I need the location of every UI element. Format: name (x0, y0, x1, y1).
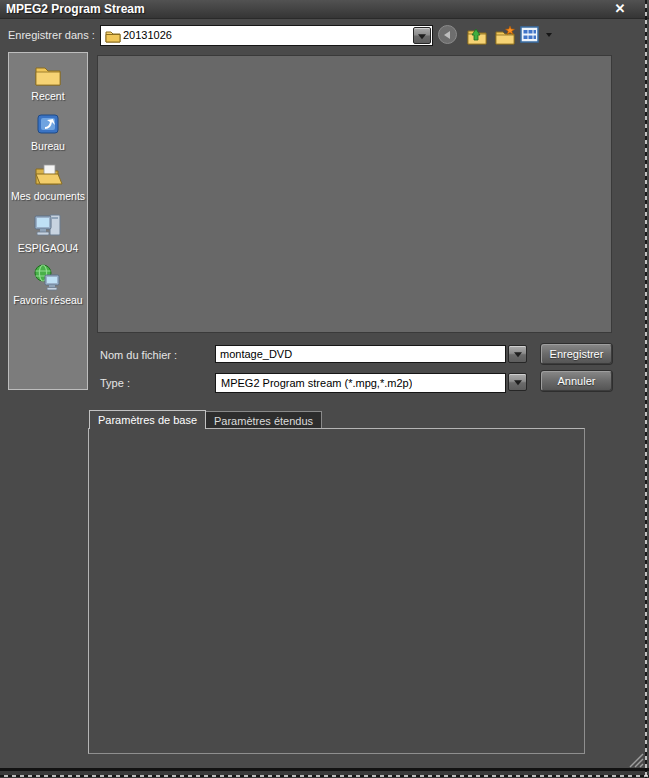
filename-input[interactable] (215, 345, 506, 363)
save-in-dropdown-button[interactable] (413, 27, 431, 44)
selection-marquee-right (645, 0, 647, 778)
view-menu-arrow-icon (546, 33, 552, 37)
new-folder-button[interactable] (494, 25, 516, 47)
save-in-label: Enregistrer dans : (8, 29, 95, 41)
file-type-combobox[interactable]: MPEG2 Program stream (*.mpg,*.m2p) (215, 373, 506, 393)
tab-parametres-etendus[interactable]: Paramètres étendus (205, 411, 322, 429)
file-type-dropdown-button[interactable] (508, 373, 527, 391)
desktop-icon (33, 111, 63, 139)
places-sidebar: Recent Bureau Mes documents (8, 52, 88, 390)
close-icon[interactable]: ✕ (611, 1, 629, 17)
resize-grip-icon[interactable] (627, 751, 644, 768)
recent-folder-icon (33, 61, 63, 89)
tab-parametres-de-base[interactable]: Paramètres de base (89, 410, 206, 429)
selection-marquee-bottom (0, 775, 649, 777)
sidebar-item-favoris-reseau[interactable]: Favoris réseau (13, 263, 82, 306)
file-list-area[interactable] (97, 55, 612, 333)
back-icon (438, 25, 457, 44)
window-title: MPEG2 Program Stream (6, 2, 145, 16)
cancel-button[interactable]: Annuler (541, 371, 612, 391)
dropdown-arrow-icon (514, 380, 522, 385)
up-folder-button[interactable] (466, 25, 488, 47)
title-bar[interactable]: MPEG2 Program Stream ✕ (0, 0, 649, 19)
computer-icon (32, 211, 64, 241)
filename-dropdown-button[interactable] (508, 345, 527, 363)
save-in-value: 20131026 (123, 29, 172, 41)
view-menu-icon (520, 25, 540, 45)
new-folder-icon (494, 25, 516, 47)
documents-folder-icon (32, 161, 64, 189)
folder-icon (105, 29, 121, 43)
sidebar-item-recent[interactable]: Recent (31, 61, 64, 102)
up-folder-icon (466, 25, 488, 47)
dropdown-arrow-icon (418, 34, 426, 39)
settings-panel (88, 428, 585, 754)
dropdown-arrow-icon (514, 352, 522, 357)
back-button[interactable] (438, 25, 460, 47)
filename-label: Nom du fichier : (100, 349, 177, 361)
network-icon (32, 263, 64, 293)
sidebar-item-espigaou4[interactable]: ESPIGAOU4 (18, 211, 79, 254)
sidebar-item-mes-documents[interactable]: Mes documents (11, 161, 85, 202)
save-dialog: MPEG2 Program Stream ✕ Enregistrer dans … (0, 0, 649, 778)
save-in-combobox[interactable]: 20131026 (100, 25, 433, 46)
view-menu-button[interactable] (520, 25, 542, 47)
sidebar-item-bureau[interactable]: Bureau (31, 111, 65, 152)
file-type-label: Type : (100, 377, 130, 389)
save-button[interactable]: Enregistrer (541, 344, 612, 364)
file-type-value: MPEG2 Program stream (*.mpg,*.m2p) (221, 377, 412, 389)
